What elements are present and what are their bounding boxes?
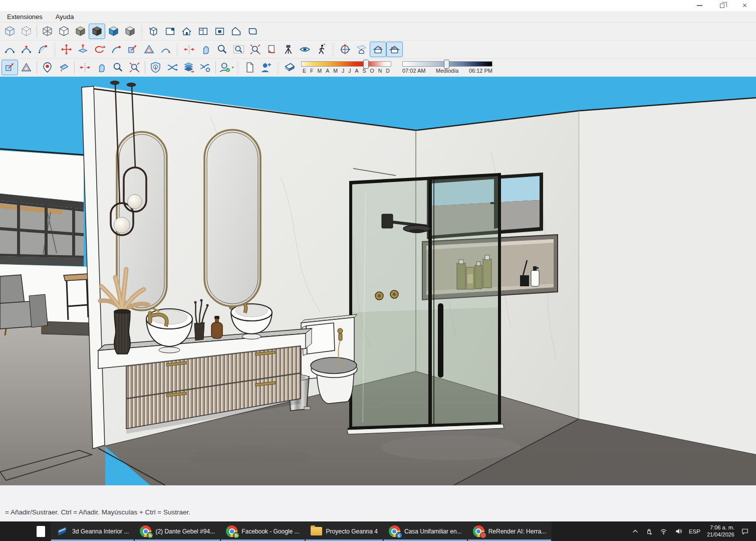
tab-badge xyxy=(480,532,486,538)
style-textured[interactable] xyxy=(105,24,122,39)
taskbar-item-chrome-dante[interactable]: h(2) Dante Gebel #94... xyxy=(134,521,220,541)
restore-button[interactable] xyxy=(711,0,733,11)
paint-bucket[interactable] xyxy=(56,60,72,75)
view-house[interactable] xyxy=(178,24,195,39)
toolbar-drag-handle[interactable] xyxy=(277,61,280,74)
component-download[interactable] xyxy=(147,60,164,75)
viewport-scene[interactable] xyxy=(0,77,756,485)
taskbar: 3d Geanna Interior ...h(2) Dante Gebel #… xyxy=(0,521,756,541)
swap-settings[interactable] xyxy=(197,60,213,75)
back-view[interactable] xyxy=(386,42,403,57)
pan-tool-2[interactable] xyxy=(93,60,110,75)
style-wireframe[interactable] xyxy=(39,24,56,39)
shadow-time-slider[interactable] xyxy=(402,61,492,67)
style-monochrome[interactable] xyxy=(122,24,138,39)
shadow-date-slider-thumb[interactable] xyxy=(363,60,369,69)
scale-tool-2[interactable] xyxy=(2,60,18,75)
menu-bar: Extensiones Ayuda xyxy=(0,11,756,23)
swap-tool[interactable] xyxy=(164,60,180,75)
menu-help[interactable]: Ayuda xyxy=(55,12,75,22)
style-shaded-textures[interactable] xyxy=(89,24,105,39)
offset-tool[interactable] xyxy=(141,42,157,57)
two-point-arc-tool[interactable] xyxy=(18,42,35,57)
previous-view[interactable] xyxy=(264,42,280,57)
language-indicator[interactable]: ESP xyxy=(689,528,700,534)
taskbar-item-chrome-casa[interactable]: cCasa Unifamiliar en... xyxy=(383,521,467,541)
zoom-window-tool[interactable] xyxy=(230,42,247,57)
toolbar-drag-handle[interactable] xyxy=(53,43,56,56)
roof-view[interactable] xyxy=(228,24,244,39)
scale-tool[interactable] xyxy=(124,42,141,57)
usb-icon[interactable] xyxy=(645,527,653,535)
toolbar-drag-handle[interactable] xyxy=(140,25,143,38)
toolbar-drag-handle[interactable] xyxy=(236,61,239,74)
style-back-edges[interactable] xyxy=(18,24,35,39)
notifications-icon[interactable] xyxy=(741,527,749,535)
rotate-tool[interactable] xyxy=(91,42,108,57)
toolbar-separator xyxy=(74,61,75,74)
section-plane[interactable] xyxy=(162,24,178,39)
arc-offset-tool[interactable] xyxy=(157,42,174,57)
position-camera-tool[interactable] xyxy=(280,42,297,57)
speaker-icon[interactable] xyxy=(674,527,682,535)
toolbar-separator xyxy=(37,25,37,38)
move-tool[interactable] xyxy=(58,42,75,57)
dropdown-caret-icon[interactable]: ▾ xyxy=(231,65,233,70)
front-view[interactable] xyxy=(370,42,386,57)
month-tick-label: F xyxy=(310,68,313,74)
clock[interactable]: 7:06 a. m. 21/04/2026 xyxy=(707,524,734,538)
taskbar-item-label: (2) Dante Gebel #94... xyxy=(155,528,215,535)
layers-export[interactable] xyxy=(180,60,197,75)
section-fill[interactable] xyxy=(211,24,228,39)
wifi-icon[interactable] xyxy=(659,527,668,535)
location-pin[interactable] xyxy=(39,60,56,75)
offset-tool-2[interactable] xyxy=(18,60,35,75)
model-library[interactable] xyxy=(145,24,162,39)
titlebar xyxy=(0,0,756,11)
menu-extensions[interactable]: Extensiones xyxy=(6,12,44,22)
taskbar-item-folder-proyecto[interactable]: Proyecto Geanna 4 xyxy=(305,521,383,541)
iso-view[interactable] xyxy=(353,42,370,57)
add-person[interactable] xyxy=(258,60,275,75)
taskbar-item-chrome-rerender[interactable]: ReRender AI: Herra... xyxy=(467,521,552,541)
section-outline[interactable] xyxy=(244,24,261,39)
account[interactable]: ▾ xyxy=(218,60,234,75)
viewport[interactable] xyxy=(0,77,756,485)
push-pull-tool[interactable] xyxy=(75,42,91,57)
arc-tool[interactable] xyxy=(2,42,18,57)
shadows-toolbar: EFMAMJJASOND 07:02 AM Mediodía 06:12 PM xyxy=(301,61,503,74)
style-shaded[interactable] xyxy=(72,24,89,39)
zoom-extents-tool[interactable] xyxy=(247,42,264,57)
style-hidden-line[interactable] xyxy=(56,24,72,39)
shadow-date-slider[interactable] xyxy=(301,61,391,67)
taskbar-item-document[interactable] xyxy=(31,521,51,541)
month-tick-label: A xyxy=(355,68,358,74)
section-display[interactable] xyxy=(195,24,211,39)
chrome-icon: h xyxy=(140,525,151,537)
minimize-button[interactable] xyxy=(688,0,711,11)
taskbar-item-chrome-facebook[interactable]: hFacebook - Google ... xyxy=(220,521,305,541)
shadows-toggle[interactable] xyxy=(282,60,298,75)
month-tick-label: D xyxy=(386,68,390,74)
follow-me-tool[interactable] xyxy=(108,42,124,57)
zoom-tool-2[interactable] xyxy=(110,60,126,75)
pan-tool[interactable] xyxy=(197,42,214,57)
walk-tool[interactable] xyxy=(313,42,330,57)
orbit-view[interactable] xyxy=(337,42,353,57)
new-file[interactable] xyxy=(241,60,258,75)
tray-chevron-icon[interactable] xyxy=(632,528,639,535)
shadow-time-slider-thumb[interactable] xyxy=(444,60,449,69)
tab-badge: h xyxy=(233,532,239,538)
zoom-tool[interactable] xyxy=(214,42,230,57)
zoom-extents-2[interactable] xyxy=(126,60,143,75)
flip-tool[interactable] xyxy=(181,42,197,57)
style-xray[interactable] xyxy=(2,24,18,39)
pie-tool[interactable] xyxy=(35,42,51,57)
flip-tool-2[interactable] xyxy=(77,60,93,75)
clock-date: 21/04/2026 xyxy=(707,531,734,538)
toolbar-drag-handle[interactable] xyxy=(332,43,335,56)
close-button[interactable] xyxy=(733,0,756,11)
taskbar-item-sketchup[interactable]: 3d Geanna Interior ... xyxy=(51,521,134,541)
toolbar-drag-handle[interactable] xyxy=(176,43,179,56)
look-around-tool[interactable] xyxy=(297,42,313,57)
